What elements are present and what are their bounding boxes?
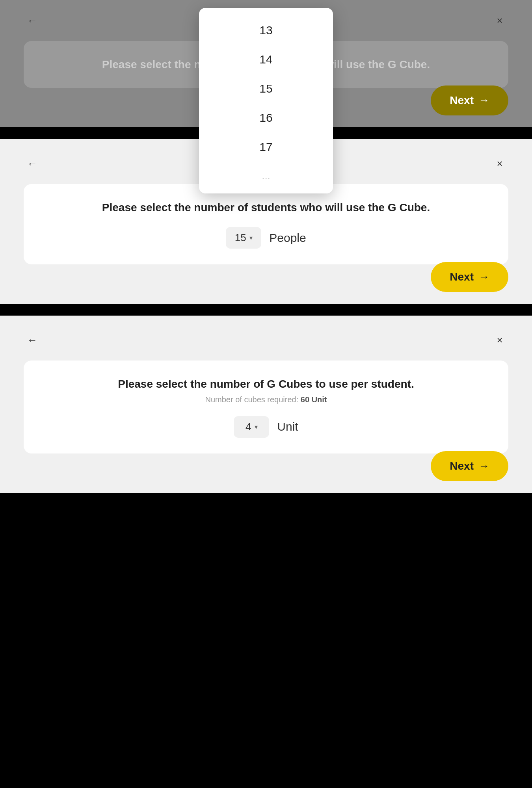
close-button-3[interactable]: × bbox=[491, 331, 508, 349]
next-arrow-1: → bbox=[478, 94, 489, 107]
selector-row-2: 15 ▾ People bbox=[43, 227, 489, 249]
card-title-3: Please select the number of G Cubes to u… bbox=[43, 376, 489, 392]
next-button-1[interactable]: Next → bbox=[431, 85, 508, 115]
back-button-1[interactable]: ← bbox=[24, 12, 41, 29]
section-3: ← × Please select the number of G Cubes … bbox=[0, 316, 532, 492]
next-arrow-2: → bbox=[478, 271, 489, 283]
card-subtitle-3: Number of cubes required: 60 Unit bbox=[43, 395, 489, 404]
next-arrow-3: → bbox=[478, 460, 489, 472]
dropdown-item-14[interactable]: 14 bbox=[199, 45, 333, 74]
dropdown-item-13[interactable]: 13 bbox=[199, 16, 333, 45]
unit-label: Unit bbox=[277, 420, 298, 433]
people-label: People bbox=[269, 231, 306, 245]
close-button-2[interactable]: × bbox=[491, 155, 508, 172]
next-button-3[interactable]: Next → bbox=[431, 451, 508, 481]
dropdown-item-17[interactable]: 17 bbox=[199, 132, 333, 162]
next-label-2: Next bbox=[450, 271, 474, 283]
unit-selector-value: 4 bbox=[246, 421, 251, 433]
nav-bar-3: ← × bbox=[24, 331, 508, 349]
selector-row-3: 4 ▾ Unit bbox=[43, 416, 489, 438]
card-subtitle-value: 60 Unit bbox=[301, 395, 327, 404]
people-selector-arrow: ▾ bbox=[249, 234, 253, 242]
dropdown-overlay: 13 14 15 16 17 ... bbox=[199, 8, 333, 193]
main-card-3: Please select the number of G Cubes to u… bbox=[24, 361, 508, 453]
dropdown-item-15[interactable]: 15 bbox=[199, 74, 333, 103]
section-1: ← × Please select the number of students… bbox=[0, 0, 532, 127]
card-title-2: Please select the number of students who… bbox=[43, 200, 489, 215]
close-button-1[interactable]: × bbox=[491, 12, 508, 29]
dropdown-item-18[interactable]: ... bbox=[199, 162, 333, 190]
next-button-2[interactable]: Next → bbox=[431, 262, 508, 292]
unit-selector[interactable]: 4 ▾ bbox=[234, 416, 269, 438]
dropdown-item-16[interactable]: 16 bbox=[199, 103, 333, 132]
people-selector-value: 15 bbox=[235, 232, 246, 244]
next-label-1: Next bbox=[450, 94, 474, 107]
back-button-2[interactable]: ← bbox=[24, 155, 41, 172]
unit-selector-arrow: ▾ bbox=[255, 423, 258, 431]
people-selector[interactable]: 15 ▾ bbox=[226, 227, 261, 249]
divider-2 bbox=[0, 304, 532, 316]
card-subtitle-text: Number of cubes required: bbox=[205, 395, 298, 404]
main-card-2: Please select the number of students who… bbox=[24, 184, 508, 264]
back-button-3[interactable]: ← bbox=[24, 331, 41, 349]
next-label-3: Next bbox=[450, 460, 474, 472]
